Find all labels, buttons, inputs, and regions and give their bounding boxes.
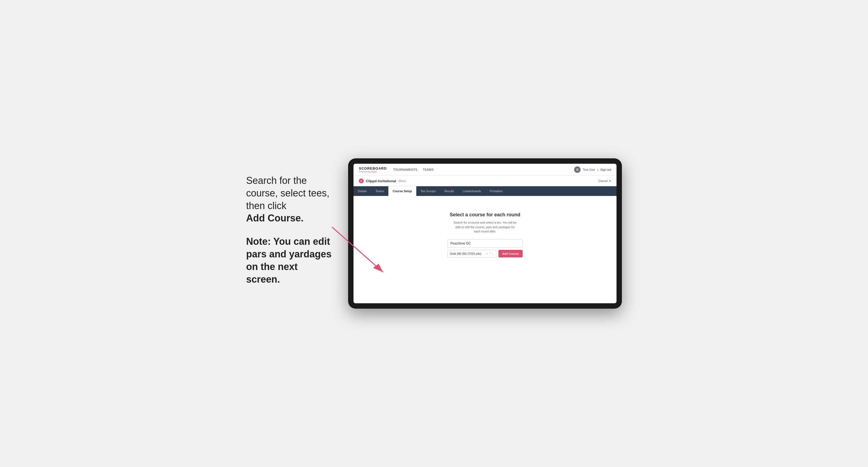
nav-links: TOURNAMENTS TEAMS bbox=[393, 168, 434, 171]
tab-course-setup[interactable]: Course Setup bbox=[389, 186, 416, 196]
tab-printables[interactable]: Printables bbox=[485, 186, 507, 196]
course-search-input[interactable] bbox=[447, 239, 523, 248]
close-icon: ✕ bbox=[609, 179, 611, 183]
logo-area: SCOREBOARD Powered by clippd bbox=[359, 166, 387, 173]
instruction-bold: Add Course. bbox=[246, 213, 304, 224]
tab-tee-groups[interactable]: Tee Groups bbox=[416, 186, 440, 196]
instruction-text: Search for the course, select tees, then… bbox=[246, 175, 332, 225]
left-panel: Search for the course, select tees, then… bbox=[246, 158, 332, 286]
cancel-button[interactable]: Cancel ✕ bbox=[598, 179, 611, 183]
logo-title: SCOREBOARD bbox=[359, 166, 387, 170]
add-course-button[interactable]: Add Course bbox=[498, 250, 523, 257]
tournament-badge: (Men) bbox=[398, 179, 406, 183]
tab-teams[interactable]: Teams bbox=[371, 186, 389, 196]
tournament-title-row: C Clippd Invitational (Men) bbox=[359, 179, 406, 183]
navbar-left: SCOREBOARD Powered by clippd TOURNAMENTS… bbox=[359, 166, 434, 173]
tee-clear-icon[interactable]: × bbox=[486, 252, 488, 255]
section-description: Search for a course and select a tee. Yo… bbox=[453, 220, 517, 234]
tee-select-controls: × ⌃⌄ bbox=[486, 252, 494, 255]
navbar: SCOREBOARD Powered by clippd TOURNAMENTS… bbox=[353, 164, 617, 176]
instruction-line1: Search for the course, select tees, then… bbox=[246, 175, 329, 211]
tee-select-text: Gold (M) (M) (7010 yds) bbox=[450, 252, 486, 255]
page-wrapper: Search for the course, select tees, then… bbox=[246, 158, 622, 309]
main-content: Select a course for each round Search fo… bbox=[353, 196, 617, 303]
note-label: Note: bbox=[246, 236, 271, 247]
logo-subtitle: Powered by clippd bbox=[359, 170, 387, 173]
separator: | bbox=[597, 168, 598, 171]
tablet-screen: SCOREBOARD Powered by clippd TOURNAMENTS… bbox=[353, 164, 617, 303]
tab-bar: Details Teams Course Setup Tee Groups Re… bbox=[353, 186, 617, 196]
tablet-wrapper: SCOREBOARD Powered by clippd TOURNAMENTS… bbox=[348, 158, 622, 309]
avatar: R bbox=[574, 166, 581, 173]
nav-item-teams[interactable]: TEAMS bbox=[423, 168, 433, 171]
tournament-header: C Clippd Invitational (Men) Cancel ✕ bbox=[353, 176, 617, 186]
tablet-device: SCOREBOARD Powered by clippd TOURNAMENTS… bbox=[348, 158, 622, 309]
tee-select-wrapper[interactable]: Gold (M) (M) (7010 yds) × ⌃⌄ bbox=[447, 250, 496, 258]
tee-select-row: Gold (M) (M) (7010 yds) × ⌃⌄ Add Course bbox=[447, 250, 523, 258]
tournament-icon: C bbox=[359, 179, 364, 183]
navbar-right: R Test User | Sign out bbox=[574, 166, 611, 173]
user-label: Test User bbox=[583, 168, 595, 171]
tab-leaderboards[interactable]: Leaderboards bbox=[458, 186, 485, 196]
tab-details[interactable]: Details bbox=[353, 186, 371, 196]
nav-item-tournaments[interactable]: TOURNAMENTS bbox=[393, 168, 417, 171]
section-title: Select a course for each round bbox=[450, 212, 520, 218]
cancel-label: Cancel bbox=[598, 179, 608, 183]
tee-arrows-icon[interactable]: ⌃⌄ bbox=[489, 252, 494, 255]
tab-results[interactable]: Results bbox=[440, 186, 458, 196]
sign-out-link[interactable]: Sign out bbox=[600, 168, 611, 171]
note-text: Note: You can edit pars and yardages on … bbox=[246, 236, 332, 286]
tournament-name: Clippd Invitational bbox=[366, 179, 396, 183]
